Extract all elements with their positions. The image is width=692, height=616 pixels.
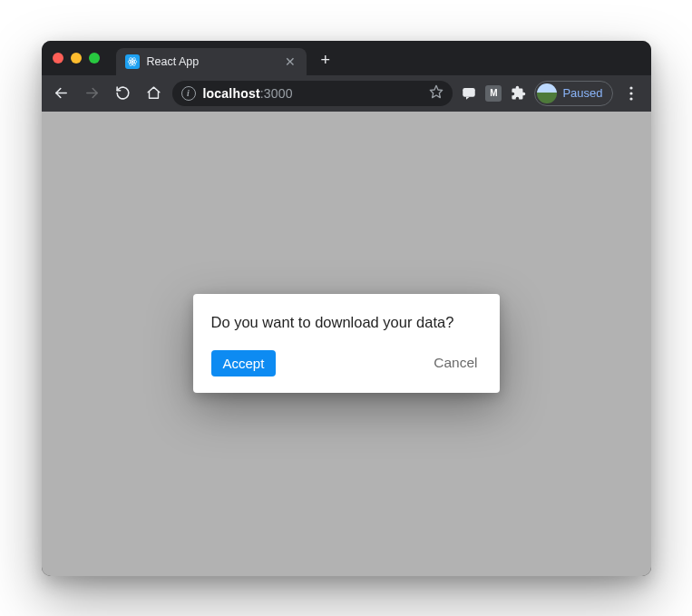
accept-button[interactable]: Accept — [211, 350, 277, 376]
window-controls — [53, 53, 100, 64]
cancel-button[interactable]: Cancel — [430, 349, 481, 376]
browser-tab[interactable]: React App ✕ — [116, 48, 307, 75]
minimize-window-button[interactable] — [71, 53, 82, 64]
svg-point-11 — [629, 97, 632, 100]
react-favicon-icon — [125, 54, 140, 69]
tab-strip: React App ✕ + — [42, 41, 651, 75]
tab-title: React App — [147, 55, 276, 68]
svg-rect-7 — [463, 88, 476, 97]
dialog-actions: Accept Cancel — [211, 349, 482, 376]
profile-status: Paused — [562, 86, 602, 100]
profile-chip[interactable]: Paused — [534, 81, 612, 106]
dialog-message: Do you want to download your data? — [211, 314, 482, 331]
back-button[interactable] — [49, 81, 74, 106]
svg-point-0 — [132, 61, 133, 63]
avatar-icon — [537, 83, 557, 103]
svg-marker-6 — [431, 85, 443, 97]
page-content: Do you want to download your data? Accep… — [42, 112, 651, 576]
browser-menu-button[interactable] — [619, 86, 644, 101]
reload-button[interactable] — [111, 81, 136, 106]
home-button[interactable] — [141, 81, 167, 106]
gmail-extension-icon[interactable]: M — [485, 85, 502, 102]
url-text: localhost:3000 — [203, 86, 423, 101]
chat-extension-icon[interactable] — [458, 83, 480, 104]
forward-button[interactable] — [80, 81, 105, 106]
svg-point-9 — [629, 86, 632, 89]
address-bar[interactable]: i localhost:3000 — [172, 81, 453, 106]
confirm-dialog: Do you want to download your data? Accep… — [193, 294, 500, 393]
site-info-icon[interactable]: i — [181, 86, 196, 101]
maximize-window-button[interactable] — [89, 53, 100, 64]
extensions-puzzle-icon[interactable] — [507, 83, 529, 104]
svg-marker-8 — [466, 96, 470, 99]
new-tab-button[interactable]: + — [314, 51, 338, 70]
bookmark-star-icon[interactable] — [429, 84, 443, 102]
svg-point-10 — [629, 92, 632, 94]
close-window-button[interactable] — [53, 53, 63, 64]
toolbar: i localhost:3000 M Paused — [42, 75, 651, 112]
browser-window: React App ✕ + i localhost:3000 — [42, 41, 651, 576]
close-tab-icon[interactable]: ✕ — [283, 54, 297, 69]
